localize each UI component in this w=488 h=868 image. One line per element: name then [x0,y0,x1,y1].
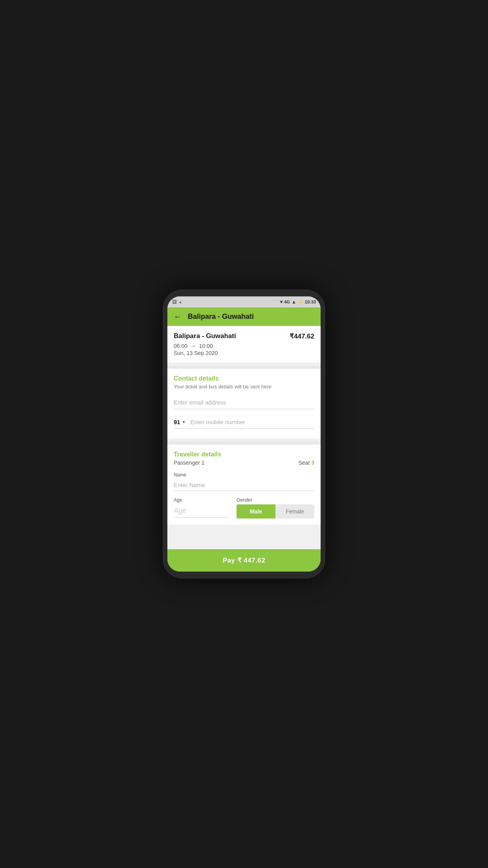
gender-label: Gender [237,497,314,503]
contact-details-subtitle: Your ticket and bus details will be sent… [174,384,314,390]
gender-group: Gender Male Female [237,497,314,519]
phone-row: 91 ▼ [174,416,314,429]
name-field-label: Name [174,472,314,478]
phone-screen: 🖼 ● ▾ 4G ▲ ⚡ 10:33 ← Balipara - Guwahati… [167,296,321,572]
age-gender-row: Age Gender Male Female [174,497,314,519]
status-bar: 🖼 ● ▾ 4G ▲ ⚡ 10:33 [167,296,321,307]
trip-info-section: Balipara - Guwahati ₹447.62 06:00 → 10:0… [167,326,321,362]
country-code-value: 91 [174,419,180,425]
seat-label: Seat 3 [299,460,315,466]
app-header: ← Balipara - Guwahati [167,307,321,326]
contact-details-title: Contact details [174,375,314,382]
country-code-dropdown-arrow: ▼ [182,420,186,424]
arrival-time: 10:00 [199,343,213,349]
back-button[interactable]: ← [174,312,182,321]
gender-toggle: Male Female [237,504,314,519]
email-input[interactable] [174,396,314,409]
image-icon: 🖼 [172,299,177,305]
gender-female-button[interactable]: Female [275,504,314,519]
traveller-header: Passenger 1 Seat 3 [174,460,314,466]
name-input[interactable] [174,479,314,491]
header-title: Balipara - Guwahati [188,313,254,321]
country-code-selector[interactable]: 91 ▼ [174,419,186,425]
age-group: Age [174,497,229,518]
battery-icon: ⚡ [298,300,303,305]
main-content: Balipara - Guwahati ₹447.62 06:00 → 10:0… [167,326,321,549]
status-bar-right: ▾ 4G ▲ ⚡ 10:33 [280,299,316,305]
network-label: 4G [284,300,290,304]
signal-icon: ▲ [292,299,296,305]
status-bar-left: 🖼 ● [172,299,182,305]
passenger-label: Passenger 1 [174,460,205,466]
pay-button-container: Pay ₹ 447.62 [167,549,321,572]
wifi-icon: ▾ [280,299,283,305]
trip-date: Sun, 13 Sep 2020 [174,350,314,356]
traveller-details-section: Traveller details Passenger 1 Seat 3 Nam… [167,445,321,525]
trip-price: ₹447.62 [290,332,314,340]
age-label: Age [174,497,229,503]
seat-number: 3 [311,460,314,466]
phone-shell: 🖼 ● ▾ 4G ▲ ⚡ 10:33 ← Balipara - Guwahati… [163,289,325,579]
gender-male-button[interactable]: Male [237,504,275,519]
trip-header: Balipara - Guwahati ₹447.62 [174,332,314,340]
bottom-spacer [167,528,321,549]
trip-route: Balipara - Guwahati [174,332,236,340]
traveller-details-title: Traveller details [174,451,314,458]
departure-time: 06:00 [174,343,187,349]
contact-details-section: Contact details Your ticket and bus deta… [167,369,321,438]
seat-label-text: Seat [299,460,312,466]
phone-input[interactable] [191,419,314,425]
trip-time: 06:00 → 10:00 [174,343,314,349]
divider-1 [167,366,321,369]
circle-icon: ● [179,300,182,304]
divider-2 [167,441,321,445]
pay-button[interactable]: Pay ₹ 447.62 [167,549,321,572]
time-arrow: → [191,343,196,349]
age-input[interactable] [174,504,229,518]
time-display: 10:33 [305,300,316,304]
